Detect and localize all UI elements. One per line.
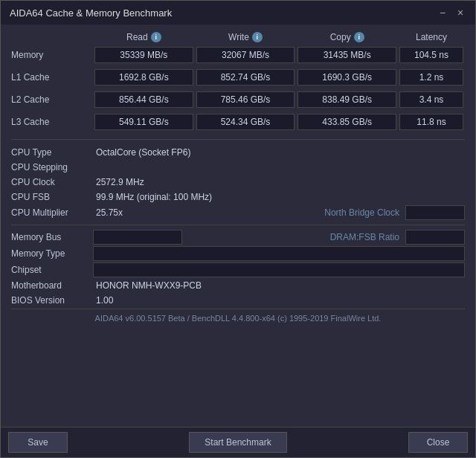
- bench-read-1: 1692.8 GB/s: [94, 69, 193, 86]
- bench-write-2: 785.46 GB/s: [196, 91, 295, 108]
- header-write: Write i: [195, 32, 297, 42]
- bench-row-1: L1 Cache 1692.8 GB/s 852.74 GB/s 1690.3 …: [11, 69, 465, 86]
- dram-fsb-label: DRAM:FSB Ratio: [316, 232, 405, 242]
- cpu-multiplier-value: 25.75x: [93, 206, 182, 219]
- header-copy: Copy i: [296, 32, 398, 42]
- read-info-icon[interactable]: i: [151, 32, 161, 42]
- bench-write-1: 852.74 GB/s: [196, 69, 295, 86]
- bios-row: BIOS Version 1.00: [11, 294, 465, 307]
- bench-row-3: L3 Cache 549.11 GB/s 524.34 GB/s 433.85 …: [11, 114, 465, 130]
- cpu-multiplier-label: CPU Multiplier: [11, 206, 93, 219]
- close-title-button[interactable]: ×: [454, 7, 466, 19]
- header-read: Read i: [93, 32, 195, 42]
- bench-read-3: 549.11 GB/s: [94, 114, 193, 130]
- nb-clock-label: North Bridge Clock: [316, 207, 405, 218]
- cpu-clock-row: CPU Clock 2572.9 MHz: [11, 175, 465, 189]
- bench-copy-0: 31435 MB/s: [298, 47, 396, 63]
- cpu-stepping-value: [93, 161, 465, 174]
- start-benchmark-button[interactable]: Start Benchmark: [189, 432, 286, 453]
- footer-text: AIDA64 v6.00.5157 Beta / BenchDLL 4.4.80…: [11, 309, 465, 326]
- close-button[interactable]: Close: [408, 432, 468, 453]
- bench-latency-3: 11.8 ns: [399, 114, 463, 130]
- memory-type-value: [93, 246, 465, 261]
- bios-value: 1.00: [93, 294, 465, 307]
- title-bar: AIDA64 Cache & Memory Benchmark − ×: [1, 1, 475, 25]
- cpu-clock-value: 2572.9 MHz: [93, 175, 465, 189]
- bench-label-0: Memory: [11, 50, 93, 60]
- bench-read-2: 856.44 GB/s: [94, 91, 193, 108]
- motherboard-row: Motherboard HONOR NMH-WXX9-PCB: [11, 279, 465, 292]
- cpu-multiplier-row: CPU Multiplier 25.75x North Bridge Clock: [11, 205, 465, 220]
- cpu-stepping-label: CPU Stepping: [11, 161, 93, 174]
- benchmark-rows: Memory 35339 MB/s 32067 MB/s 31435 MB/s …: [11, 47, 465, 136]
- chipset-row: Chipset: [11, 262, 465, 277]
- cpu-type-row: CPU Type OctalCore (Socket FP6): [11, 146, 465, 159]
- main-window: AIDA64 Cache & Memory Benchmark − × Read…: [0, 0, 476, 458]
- window-title: AIDA64 Cache & Memory Benchmark: [10, 7, 172, 19]
- cpu-fsb-label: CPU FSB: [11, 190, 93, 204]
- nb-clock-value: [405, 205, 465, 220]
- separator: [11, 225, 465, 225]
- bench-label-3: L3 Cache: [11, 117, 93, 127]
- memory-bus-value: [93, 230, 182, 245]
- memory-type-row: Memory Type: [11, 246, 465, 261]
- memory-bus-row: Memory Bus DRAM:FSB Ratio: [11, 230, 465, 245]
- cpu-clock-label: CPU Clock: [11, 175, 93, 189]
- benchmark-header: Read i Write i Copy i Latency: [11, 32, 465, 44]
- dram-fsb-value: [405, 230, 465, 245]
- bench-row-2: L2 Cache 856.44 GB/s 785.46 GB/s 838.49 …: [11, 91, 465, 108]
- bench-read-0: 35339 MB/s: [94, 47, 193, 63]
- motherboard-value: HONOR NMH-WXX9-PCB: [93, 279, 465, 292]
- memory-bus-label: Memory Bus: [11, 230, 93, 244]
- bench-label-1: L1 Cache: [11, 72, 93, 83]
- cpu-type-value: OctalCore (Socket FP6): [93, 146, 465, 159]
- chipset-label: Chipset: [11, 262, 93, 277]
- memory-type-label: Memory Type: [11, 246, 93, 261]
- header-latency: Latency: [398, 32, 465, 42]
- header-empty: [11, 32, 93, 42]
- bench-latency-2: 3.4 ns: [399, 91, 463, 108]
- bench-copy-3: 433.85 GB/s: [298, 114, 396, 130]
- cpu-stepping-row: CPU Stepping: [11, 161, 465, 174]
- motherboard-label: Motherboard: [11, 279, 93, 292]
- minimize-button[interactable]: −: [437, 7, 448, 19]
- content-area: Read i Write i Copy i Latency Memory 353…: [1, 25, 475, 427]
- copy-info-icon[interactable]: i: [354, 32, 364, 42]
- chipset-value: [93, 262, 465, 277]
- bench-latency-0: 104.5 ns: [399, 47, 463, 63]
- bios-label: BIOS Version: [11, 294, 93, 307]
- write-info-icon[interactable]: i: [252, 32, 263, 42]
- title-bar-buttons: − ×: [437, 7, 466, 19]
- cpu-type-label: CPU Type: [11, 146, 93, 159]
- cpu-fsb-value: 99.9 MHz (original: 100 MHz): [93, 190, 465, 204]
- bench-row-0: Memory 35339 MB/s 32067 MB/s 31435 MB/s …: [11, 47, 465, 63]
- bench-copy-2: 838.49 GB/s: [298, 91, 396, 108]
- info-section: CPU Type OctalCore (Socket FP6) CPU Step…: [11, 139, 465, 309]
- cpu-fsb-row: CPU FSB 99.9 MHz (original: 100 MHz): [11, 190, 465, 204]
- bench-latency-1: 1.2 ns: [399, 69, 463, 86]
- bench-copy-1: 1690.3 GB/s: [298, 69, 396, 86]
- bench-write-0: 32067 MB/s: [196, 47, 295, 63]
- bench-write-3: 524.34 GB/s: [196, 114, 295, 130]
- bench-label-2: L2 Cache: [11, 94, 93, 105]
- bottom-bar: Save Start Benchmark Close: [1, 427, 475, 457]
- save-button[interactable]: Save: [8, 432, 68, 453]
